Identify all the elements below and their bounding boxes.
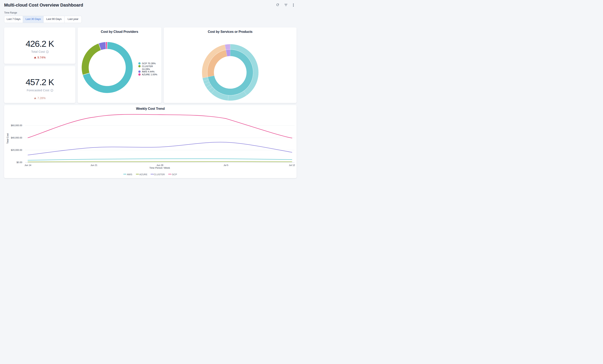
svg-text:AWS: AWS [127, 173, 132, 176]
svg-text:Time Period / Week: Time Period / Week [149, 167, 170, 169]
svg-text:AZURE 1.00%: AZURE 1.00% [142, 73, 157, 76]
svg-text:Jul 12: Jul 12 [289, 164, 295, 166]
svg-text:$40,000.00: $40,000.00 [11, 136, 22, 139]
svg-text:AWS 4.44%: AWS 4.44% [142, 70, 155, 73]
svg-text:Jun 21: Jun 21 [91, 164, 97, 166]
svg-text:Jun 14: Jun 14 [24, 164, 31, 166]
svg-text:AZURE: AZURE [139, 173, 148, 176]
svg-text:GCP: GCP [172, 173, 177, 176]
svg-text:$0.00: $0.00 [16, 161, 22, 164]
svg-text:$20,000.00: $20,000.00 [11, 149, 22, 151]
svg-text:$60,000.00: $60,000.00 [11, 124, 22, 126]
svg-text:24.28%: 24.28% [142, 68, 150, 70]
svg-text:Jun 28: Jun 28 [156, 164, 163, 166]
svg-text:CLUSTER: CLUSTER [142, 65, 153, 67]
svg-text:GCP 70.28%: GCP 70.28% [142, 62, 156, 65]
svg-text:Total Cost: Total Cost [6, 133, 9, 144]
svg-text:CLUSTER: CLUSTER [154, 173, 165, 176]
svg-text:Jul 5: Jul 5 [223, 164, 228, 166]
